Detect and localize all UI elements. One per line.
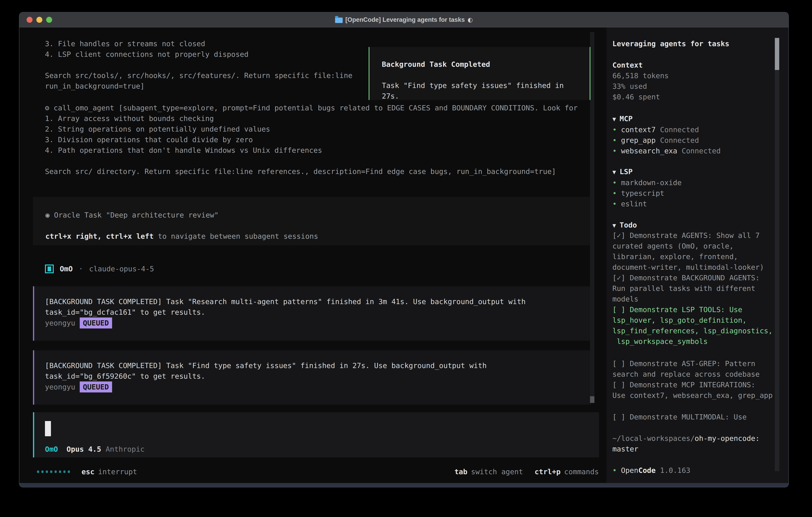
tab-key-label: switch agent bbox=[471, 466, 523, 477]
window-title-text: [OpenCode] Leveraging agents for tasks bbox=[345, 15, 465, 25]
lsp-item: •markdown-oxide bbox=[612, 177, 771, 188]
half-circle-icon: ◐ bbox=[467, 15, 473, 25]
task-meta: yeongyu QUEUED bbox=[45, 318, 580, 328]
todo-heading: Todo bbox=[619, 221, 637, 229]
mcp-status: Connected bbox=[660, 135, 699, 145]
tool-call-text: ⚙ call_omo_agent [subagent_type=explore,… bbox=[45, 103, 578, 177]
input-meta: OmO Opus 4.5 Anthropic bbox=[45, 444, 145, 455]
app-name-open: Open bbox=[621, 465, 638, 475]
todo-active-item: [ ] Demonstrate LSP TOOLS: Use lsp_hover… bbox=[612, 304, 771, 347]
todo-header[interactable]: ▼Todo bbox=[612, 220, 771, 231]
status-dot-icon: • bbox=[612, 135, 621, 145]
mcp-name: websearch_exa bbox=[621, 145, 677, 156]
mcp-name: context7 bbox=[621, 124, 656, 135]
lsp-name: eslint bbox=[621, 198, 647, 209]
app-name-code: Code bbox=[638, 465, 656, 475]
workspace-prefix: ~/local-workspaces/ bbox=[612, 434, 695, 442]
task-user: yeongyu bbox=[45, 382, 75, 392]
queued-badge: QUEUED bbox=[80, 381, 112, 392]
mcp-name: grep_app bbox=[621, 135, 656, 145]
toast-title: Background Task Completed bbox=[382, 59, 577, 70]
version-line: • Open Code 1.0.163 bbox=[612, 465, 771, 475]
mcp-section: ▼MCP •context7Connected •grep_appConnect… bbox=[612, 113, 771, 156]
status-left: esc interrupt bbox=[37, 466, 137, 477]
app-window: [OpenCode] Leveraging agents for tasks ◐… bbox=[19, 12, 789, 487]
mcp-item: •grep_appConnected bbox=[612, 135, 771, 145]
status-dot-icon: • bbox=[612, 188, 621, 198]
mcp-heading: MCP bbox=[619, 114, 633, 123]
folder-icon bbox=[335, 18, 343, 23]
mcp-status: Connected bbox=[682, 145, 721, 156]
context-heading: Context bbox=[612, 60, 771, 71]
todo-pending-item: [ ] Demonstrate MULTIMODAL: Use bbox=[612, 412, 771, 422]
agent-model: claude-opus-4-5 bbox=[89, 264, 154, 274]
task-user: yeongyu bbox=[45, 318, 75, 328]
terminal-content: 3. File handles or streams not closed 4.… bbox=[19, 27, 788, 483]
agent-name: OmO bbox=[60, 264, 73, 274]
oracle-task-title: ◉ Oracle Task "Deep architecture review" bbox=[46, 210, 582, 220]
background-task-message: [BACKGROUND TASK COMPLETED] Task "Resear… bbox=[33, 286, 591, 341]
window-bottom-edge bbox=[19, 483, 788, 487]
ctrlp-key-label: commands bbox=[564, 466, 599, 477]
status-dot-icon: • bbox=[612, 465, 621, 475]
app-version: 1.0.163 bbox=[660, 465, 690, 475]
prompt-input[interactable]: OmO Opus 4.5 Anthropic bbox=[33, 412, 599, 457]
task-message-text: [BACKGROUND TASK COMPLETED] Task "Find t… bbox=[45, 360, 580, 381]
close-button[interactable] bbox=[27, 17, 33, 23]
oracle-task-hint: ctrl+x right, ctrl+x left to navigate be… bbox=[46, 231, 582, 242]
collapse-triangle-icon: ▼ bbox=[612, 168, 616, 175]
background-task-toast: Background Task Completed Task "Find typ… bbox=[369, 47, 590, 100]
window-title: [OpenCode] Leveraging agents for tasks ◐ bbox=[335, 15, 473, 25]
oracle-hint-keys: ctrl+x right, ctrl+x left bbox=[46, 232, 154, 240]
status-dot-icon: • bbox=[612, 124, 621, 135]
main-scrollbar[interactable] bbox=[590, 32, 594, 403]
main-scrollbar-thumb[interactable] bbox=[590, 396, 594, 403]
lsp-section: ▼LSP •markdown-oxide •typescript •eslint bbox=[612, 166, 771, 209]
esc-key-label: interrupt bbox=[98, 466, 137, 477]
mcp-item: •websearch_exaConnected bbox=[612, 145, 771, 156]
collapse-triangle-icon: ▼ bbox=[612, 115, 616, 123]
mcp-header[interactable]: ▼MCP bbox=[612, 113, 771, 124]
status-bar: esc interrupt tab switch agent ctrl+p co… bbox=[37, 466, 599, 477]
input-agent-name: OmO bbox=[45, 444, 58, 455]
lsp-name: markdown-oxide bbox=[621, 177, 682, 188]
minimize-button[interactable] bbox=[36, 17, 42, 23]
queued-badge: QUEUED bbox=[80, 318, 112, 328]
sidebar-scrollbar-thumb[interactable] bbox=[775, 38, 779, 70]
workspace-branch: master bbox=[612, 444, 771, 454]
background-task-message: [BACKGROUND TASK COMPLETED] Task "Find t… bbox=[33, 350, 591, 405]
todo-done-items: [✓] Demonstrate AGENTS: Show all 7 curat… bbox=[612, 230, 771, 304]
sidebar: Leveraging agents for tasks Context 66,5… bbox=[606, 27, 788, 483]
lsp-item: •eslint bbox=[612, 198, 771, 209]
status-right: tab switch agent ctrl+p commands bbox=[454, 466, 599, 477]
collapse-triangle-icon: ▼ bbox=[612, 222, 616, 229]
sidebar-scrollbar[interactable] bbox=[775, 37, 779, 471]
mcp-item: •context7Connected bbox=[612, 124, 771, 135]
lsp-item: •typescript bbox=[612, 188, 771, 198]
zoom-button[interactable] bbox=[46, 17, 52, 23]
workspace-path: ~/local-workspaces/oh-my-opencode: maste… bbox=[612, 433, 771, 454]
task-message-text: [BACKGROUND TASK COMPLETED] Task "Resear… bbox=[45, 296, 580, 318]
task-meta: yeongyu QUEUED bbox=[45, 381, 580, 392]
omo-agent-icon bbox=[45, 265, 54, 273]
tab-key-hint: tab bbox=[454, 466, 467, 477]
workspace-repo: oh-my-opencode: bbox=[695, 434, 760, 442]
status-dot-icon: • bbox=[612, 145, 621, 156]
input-provider-name: Anthropic bbox=[106, 444, 144, 455]
esc-key-hint: esc bbox=[82, 466, 94, 477]
lsp-header[interactable]: ▼LSP bbox=[612, 166, 771, 177]
todo-pending-items: [ ] Demonstrate AST-GREP: Pattern search… bbox=[612, 358, 771, 401]
chat-history-text: 3. File handles or streams not closed 4.… bbox=[45, 38, 352, 91]
separator-dot: · bbox=[79, 264, 83, 274]
session-title: Leveraging agents for tasks bbox=[612, 38, 771, 49]
input-model-name: Opus 4.5 bbox=[66, 444, 101, 455]
spinner-dots bbox=[37, 470, 70, 473]
ctrlp-key-hint: ctrl+p bbox=[535, 466, 561, 477]
text-cursor bbox=[45, 421, 51, 436]
lsp-heading: LSP bbox=[619, 167, 633, 176]
context-stats: 66,518 tokens 33% used $0.46 spent bbox=[612, 71, 771, 102]
oracle-hint-rest: to navigate between subagent sessions bbox=[154, 232, 318, 240]
agent-session-line[interactable]: OmO · claude-opus-4-5 bbox=[45, 264, 154, 274]
lsp-name: typescript bbox=[621, 188, 664, 198]
oracle-task-panel: ◉ Oracle Task "Deep architecture review"… bbox=[33, 197, 594, 245]
